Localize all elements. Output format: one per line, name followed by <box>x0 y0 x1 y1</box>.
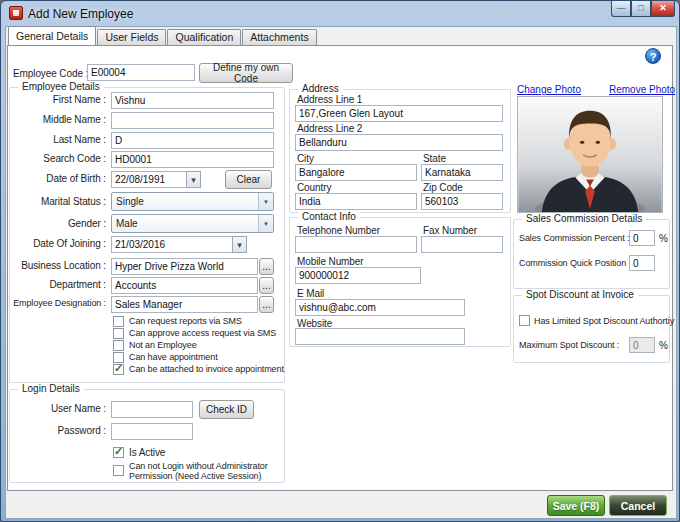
middle-name-field[interactable] <box>111 112 274 129</box>
date-of-birth-label: Date of Birth : <box>46 173 106 184</box>
telephone-field[interactable] <box>295 236 417 253</box>
not-an-employee-checkbox[interactable] <box>113 340 124 351</box>
business-location-browse-button[interactable]: ... <box>259 258 274 275</box>
employee-designation-browse-button[interactable]: ... <box>259 296 274 313</box>
minimize-button[interactable]: — <box>611 1 631 17</box>
can-have-appointment-label: Can have appointment <box>129 352 218 362</box>
employee-code-label: Employee Code : <box>13 68 88 79</box>
date-of-joining-field[interactable] <box>111 236 233 253</box>
sales-commission-group-title: Sales Commission Details <box>522 213 646 224</box>
define-own-code-button[interactable]: Define my own Code <box>199 63 293 83</box>
department-label: Department : <box>49 279 106 290</box>
marital-status-value: Single <box>112 196 258 207</box>
business-location-field[interactable] <box>111 258 258 275</box>
address-line2-field[interactable] <box>295 134 503 151</box>
user-name-label: User Name : <box>51 403 106 414</box>
maximize-button[interactable]: □ <box>631 1 651 17</box>
marital-status-label: Marital Status : <box>41 196 106 207</box>
department-browse-button[interactable]: ... <box>259 277 274 294</box>
department-field[interactable] <box>111 277 258 294</box>
city-field[interactable] <box>295 164 417 181</box>
address-line1-field[interactable] <box>295 105 503 122</box>
spot-discount-group-title: Spot Discount at Invoice <box>522 289 638 300</box>
first-name-label: First Name : <box>53 94 106 105</box>
employee-code-field[interactable] <box>87 64 195 81</box>
contact-info-group-title: Contact Info <box>298 211 360 222</box>
gender-select[interactable]: Male <box>111 214 274 233</box>
app-icon <box>9 6 23 20</box>
search-code-field[interactable] <box>111 151 274 168</box>
employee-designation-label: Employee Designation : <box>13 298 106 308</box>
gender-label: Gender : <box>68 218 106 229</box>
save-button[interactable]: Save (F8) <box>547 495 605 516</box>
has-limited-spot-discount-label: Has Limited Spot Discount Authortiy <box>534 316 674 326</box>
gender-value: Male <box>112 218 258 229</box>
tab-user-fields[interactable]: User Fields <box>97 29 166 45</box>
mobile-field[interactable] <box>295 267 421 284</box>
fax-field[interactable] <box>421 236 503 253</box>
sales-commission-percent-label: Sales Commission Percent : <box>519 233 629 243</box>
has-limited-spot-discount-checkbox[interactable] <box>519 315 530 326</box>
attached-to-invoice-appointment-checkbox[interactable] <box>113 364 124 375</box>
telephone-label: Telephone Number <box>297 225 380 236</box>
password-field[interactable] <box>111 423 193 440</box>
not-an-employee-label: Not an Employee <box>129 340 197 350</box>
no-admin-login-checkbox[interactable] <box>113 465 124 476</box>
attached-to-invoice-appointment-label: Can be attached to invoice appointment <box>129 364 284 374</box>
marital-status-select[interactable]: Single <box>111 192 274 211</box>
tab-attachments[interactable]: Attachments <box>242 29 316 45</box>
maximum-spot-discount-label: Maximum Spot Discount : <box>519 340 619 350</box>
state-label: State <box>423 153 446 164</box>
zip-code-label: Zip Code <box>423 182 463 193</box>
city-label: City <box>297 153 314 164</box>
title-bar[interactable]: Add New Employee — □ ✕ <box>1 1 679 26</box>
avatar <box>518 97 662 212</box>
address-line1-label: Address Line 1 <box>297 94 362 105</box>
tab-strip: General Details User Fields Qualificatio… <box>8 27 318 45</box>
website-field[interactable] <box>295 328 465 345</box>
maximum-spot-discount-field <box>629 337 655 353</box>
date-of-birth-calendar-icon[interactable] <box>186 171 201 188</box>
is-active-label: Is Active <box>129 447 165 458</box>
close-button[interactable]: ✕ <box>651 1 675 17</box>
tab-general-details[interactable]: General Details <box>8 26 96 45</box>
employee-designation-field[interactable] <box>111 296 258 313</box>
cancel-button[interactable]: Cancel <box>609 495 667 516</box>
zip-code-field[interactable] <box>421 193 503 210</box>
date-of-joining-label: Date Of Joining : <box>33 238 106 249</box>
email-field[interactable] <box>295 299 465 316</box>
no-admin-login-label: Can not Login without Administrator Perm… <box>129 461 281 482</box>
last-name-label: Last Name : <box>53 134 106 145</box>
sales-commission-percent-field[interactable] <box>629 230 655 246</box>
can-request-reports-sms-checkbox[interactable] <box>113 316 124 327</box>
chevron-down-icon <box>258 215 273 232</box>
chevron-down-icon <box>258 193 273 210</box>
remove-photo-link[interactable]: Remove Photo <box>609 84 675 95</box>
date-of-joining-calendar-icon[interactable] <box>232 236 247 253</box>
search-code-label: Search Code : <box>43 153 106 164</box>
user-name-field[interactable] <box>111 401 193 418</box>
change-photo-link[interactable]: Change Photo <box>517 84 581 95</box>
business-location-label: Business Location : <box>21 260 106 271</box>
address-line2-label: Address Line 2 <box>297 123 362 134</box>
clear-dob-button[interactable]: Clear <box>225 170 272 189</box>
employee-details-group-title: Employee Details <box>18 81 104 92</box>
last-name-field[interactable] <box>111 132 274 149</box>
date-of-birth-field[interactable] <box>111 171 187 188</box>
can-approve-access-sms-checkbox[interactable] <box>113 328 124 339</box>
employee-photo <box>517 96 663 213</box>
commission-quick-position-label: Commission Quick Position : <box>519 258 631 268</box>
commission-quick-position-field[interactable] <box>629 255 655 271</box>
state-field[interactable] <box>421 164 503 181</box>
email-label: E Mail <box>297 288 324 299</box>
can-request-reports-sms-label: Can request reports via SMS <box>129 316 242 326</box>
check-id-button[interactable]: Check ID <box>199 400 254 419</box>
login-details-group-title: Login Details <box>18 383 84 394</box>
first-name-field[interactable] <box>111 92 274 109</box>
help-icon[interactable]: ? <box>645 48 661 64</box>
tab-qualification[interactable]: Qualification <box>167 29 241 45</box>
middle-name-label: Middle Name : <box>43 114 106 125</box>
is-active-checkbox[interactable] <box>113 447 124 458</box>
fax-label: Fax Number <box>423 225 477 236</box>
country-field[interactable] <box>295 193 417 210</box>
